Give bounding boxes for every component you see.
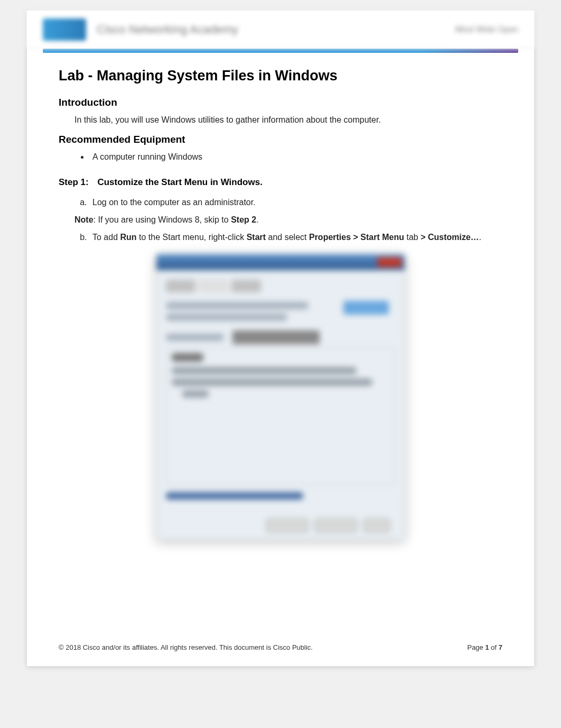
intro-heading: Introduction	[59, 97, 502, 108]
b-b1: Run	[120, 233, 136, 242]
step-1-item-b: To add Run to the Start menu, right-clic…	[89, 230, 502, 244]
step-1-heading: Step 1: Customize the Start Menu in Wind…	[59, 177, 502, 188]
note-bold: Step 2	[231, 215, 256, 224]
header-underline	[43, 49, 518, 53]
equipment-item: A computer running Windows	[89, 151, 502, 163]
dialog-tab	[199, 280, 228, 292]
dialog-checkbox-line	[172, 367, 357, 374]
intro-text: In this lab, you will use Windows utilit…	[74, 114, 502, 126]
header-brand-text: Cisco Networking Academy	[97, 23, 455, 36]
b-t2: to the Start menu, right-click	[137, 233, 247, 242]
page-footer: © 2018 Cisco and/or its affiliates. All …	[59, 643, 502, 651]
dialog-tab	[231, 280, 261, 292]
b-b4: > Customize…	[420, 233, 479, 242]
footer-copyright: © 2018 Cisco and/or its affiliates. All …	[59, 643, 313, 651]
note-text-1: : If you are using Windows 8, skip to	[94, 215, 231, 224]
step-1-note: Note: If you are using Windows 8, skip t…	[74, 213, 502, 227]
page-of: of	[489, 643, 499, 651]
page-total: 7	[499, 643, 502, 651]
dialog-tabs	[166, 280, 395, 292]
step-1-list-cont: To add Run to the Start menu, right-clic…	[89, 230, 502, 244]
dialog-apply-button	[363, 519, 390, 532]
b-b2: Start	[247, 233, 266, 242]
dialog-footer	[156, 519, 405, 532]
dialog-tab	[166, 280, 195, 292]
dialog-cancel-button	[315, 519, 357, 532]
page-label: Page	[467, 643, 485, 651]
equipment-list: A computer running Windows	[89, 151, 502, 163]
cisco-logo	[43, 19, 86, 41]
step-1-label: Step 1:	[59, 177, 95, 187]
b-t5: .	[479, 233, 481, 242]
dialog-dropdown	[232, 330, 320, 344]
dialog-text-line	[166, 314, 287, 321]
dialog-link	[166, 492, 303, 500]
equipment-heading: Recommended Equipment	[59, 134, 502, 145]
dialog-checkbox-line	[182, 390, 209, 398]
step-1-list: Log on to the computer as an administrat…	[89, 195, 502, 209]
screenshot-dialog-blurred	[156, 254, 405, 540]
dialog-ok-button	[266, 519, 308, 532]
step-1-title: Customize the Start Menu in Windows.	[97, 177, 262, 187]
note-text-2: .	[256, 215, 258, 224]
document-page: Cisco Networking Academy Mind Wide Open …	[27, 11, 534, 666]
header-slogan: Mind Wide Open	[455, 25, 518, 34]
b-t3: and select	[266, 233, 309, 242]
step-1-item-a: Log on to the computer as an administrat…	[89, 195, 502, 209]
document-title: Lab - Managing System Files in Windows	[59, 68, 502, 84]
dialog-body	[156, 270, 405, 509]
b-t4: tab	[404, 233, 420, 242]
document-content: Lab - Managing System Files in Windows I…	[27, 53, 534, 561]
close-icon	[377, 257, 401, 267]
b-b3: Properties > Start Menu	[309, 233, 404, 242]
dialog-label	[166, 334, 224, 341]
dialog-customize-button	[343, 301, 389, 315]
b-t1: To add	[92, 233, 120, 242]
dialog-group-box	[166, 347, 395, 485]
footer-page-info: Page 1 of 7	[467, 643, 502, 651]
dialog-titlebar	[156, 254, 405, 270]
page-header: Cisco Networking Academy Mind Wide Open	[27, 11, 534, 49]
note-label: Note	[74, 215, 94, 224]
dialog-text-line	[166, 302, 308, 309]
dialog-group-label	[172, 353, 203, 362]
page-current: 1	[485, 643, 489, 651]
dialog-checkbox-line	[172, 379, 372, 386]
